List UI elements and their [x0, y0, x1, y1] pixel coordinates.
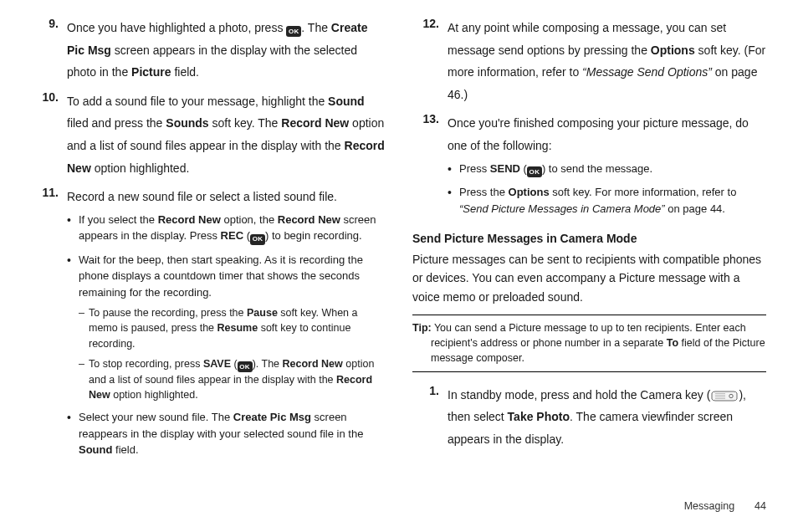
bold-text: Record New [283, 358, 343, 370]
list-item: 10.To add a sound file to your message, … [32, 90, 386, 179]
section-heading: Send Picture Messages in Camera Mode [412, 232, 766, 245]
bold-text: Create Pic Msg [67, 21, 367, 57]
right-steps: 1.In standby mode, press and hold the Ca… [412, 384, 766, 451]
bold-text: To [667, 337, 678, 349]
item-number: 9. [32, 17, 67, 84]
ok-icon: OK [250, 234, 265, 245]
item-number: 10. [32, 90, 67, 179]
section-paragraph: Picture messages can be sent to recipien… [412, 250, 766, 306]
bold-text: Record New [281, 116, 349, 130]
left-list: 9.Once you have highlighted a photo, pre… [32, 17, 386, 465]
bullet-item: Wait for the beep, then start speaking. … [67, 252, 386, 402]
item-number: 12. [412, 17, 448, 105]
item-number: 1. [412, 384, 448, 451]
bold-text: Sound [79, 443, 112, 456]
bold-text: Options [651, 43, 695, 57]
list-item: 11.Record a new sound file or select a l… [32, 186, 386, 465]
italic-reference: “Send Picture Messages in Camera Mode” [459, 202, 665, 215]
item-body: At any point while composing a message, … [448, 17, 766, 105]
bold-text: SAVE [203, 358, 231, 370]
bold-text: Record New [67, 139, 385, 175]
item-body: Once you have highlighted a photo, press… [67, 17, 386, 84]
bold-text: Sounds [166, 116, 208, 130]
tip-box: Tip: You can send a Picture message to u… [412, 315, 766, 371]
footer-section-name: Messaging [684, 500, 734, 512]
bold-text: Resume [217, 322, 258, 334]
list-item: 9.Once you have highlighted a photo, pre… [32, 17, 386, 84]
tip-label: Tip: [412, 322, 432, 334]
page-footer: Messaging 44 [32, 500, 766, 512]
manual-page: 9.Once you have highlighted a photo, pre… [0, 0, 798, 532]
bullet-item: Press SEND (OK) to send the message. [448, 161, 766, 178]
sub-bullets: If you select the Record New option, the… [67, 212, 386, 458]
list-item: 12.At any point while composing a messag… [412, 17, 766, 105]
bold-text: Options [509, 186, 550, 198]
sub-bullets: Press SEND (OK) to send the message.Pres… [448, 161, 766, 217]
bullet-item: Select your new sound file. The Create P… [67, 409, 386, 458]
right-column: 12.At any point while composing a messag… [412, 17, 766, 495]
bold-text: SEND [490, 162, 520, 175]
bold-text: REC [221, 229, 243, 242]
tip-body: You can send a Picture message to up to … [431, 322, 765, 364]
item-body: Once you're finished composing your pict… [448, 112, 766, 223]
two-columns: 9.Once you have highlighted a photo, pre… [32, 17, 766, 495]
bold-text: Record New [278, 213, 340, 226]
dash-list: To pause the recording, press the Pause … [79, 305, 386, 402]
left-column: 9.Once you have highlighted a photo, pre… [32, 17, 386, 495]
bold-text: Pause [247, 307, 278, 319]
item-body: Record a new sound file or select a list… [67, 186, 386, 465]
bold-text: Record New [89, 374, 372, 401]
italic-reference: “Message Send Options” [582, 65, 712, 79]
bold-text: Picture [131, 65, 171, 79]
ok-icon: OK [286, 26, 301, 37]
item-number: 13. [412, 112, 448, 223]
bold-text: Take Photo [508, 410, 570, 423]
footer-page-number: 44 [755, 500, 766, 512]
item-number: 11. [32, 186, 67, 465]
bold-text: Sound [328, 95, 365, 108]
right-list: 12.At any point while composing a messag… [412, 17, 766, 223]
item-body: In standby mode, press and hold the Came… [448, 384, 766, 451]
camera-key-icon [710, 386, 739, 397]
ok-icon: OK [238, 361, 253, 372]
bullet-item: Press the Options soft key. For more inf… [448, 184, 766, 217]
dash-item: To stop recording, press SAVE (OK). The … [79, 356, 386, 403]
ok-icon: OK [527, 166, 542, 177]
list-item: 13.Once you're finished composing your p… [412, 112, 766, 223]
list-item: 1.In standby mode, press and hold the Ca… [412, 384, 766, 451]
bold-text: Record New [158, 213, 221, 226]
bold-text: Create Pic Msg [233, 411, 311, 423]
bullet-item: If you select the Record New option, the… [67, 212, 386, 245]
item-body: To add a sound file to your message, hig… [67, 90, 386, 179]
dash-item: To pause the recording, press the Pause … [79, 305, 386, 350]
